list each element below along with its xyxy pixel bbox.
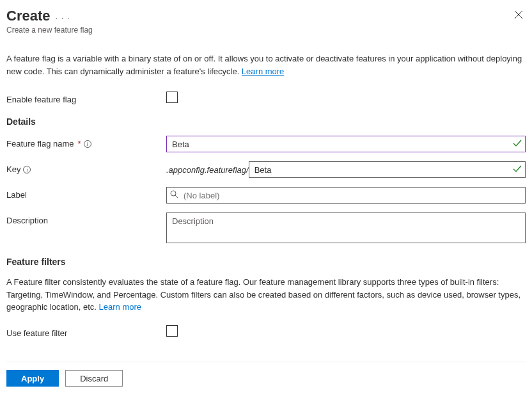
- description-label: Description: [6, 213, 166, 225]
- details-heading: Details: [6, 116, 526, 127]
- page-subtitle: Create a new feature flag: [6, 26, 526, 35]
- key-label: Key: [6, 164, 20, 174]
- intro-text: A feature flag is a variable with a bina…: [6, 52, 526, 77]
- close-button[interactable]: [512, 8, 526, 24]
- label-input[interactable]: [166, 187, 526, 204]
- page-title: Create: [6, 8, 50, 24]
- more-menu-icon[interactable]: · · ·: [55, 10, 70, 22]
- required-asterisk: *: [78, 139, 81, 148]
- description-textarea[interactable]: [166, 213, 526, 243]
- apply-button[interactable]: Apply: [6, 370, 59, 387]
- feature-name-input[interactable]: [166, 136, 526, 152]
- check-icon: [513, 139, 522, 149]
- discard-button[interactable]: Discard: [65, 370, 123, 387]
- feature-name-label: Feature flag name: [6, 139, 74, 148]
- search-icon: [170, 190, 178, 200]
- filters-heading: Feature filters: [6, 257, 526, 267]
- svg-point-0: [171, 191, 176, 196]
- check-icon: [513, 164, 522, 175]
- footer: Apply Discard: [6, 362, 526, 387]
- close-icon: [514, 10, 523, 19]
- filters-learn-more-link[interactable]: Learn more: [99, 302, 141, 312]
- intro-learn-more-link[interactable]: Learn more: [242, 67, 284, 76]
- label-field-label: Label: [6, 187, 166, 200]
- info-icon[interactable]: i: [23, 166, 31, 173]
- filters-description: A Feature filter consistently evaluates …: [6, 276, 526, 314]
- enable-checkbox[interactable]: [166, 92, 178, 103]
- use-filter-checkbox[interactable]: [166, 325, 178, 337]
- info-icon[interactable]: i: [84, 140, 91, 148]
- enable-label: Enable feature flag: [6, 92, 166, 104]
- filters-body: A Feature filter consistently evaluates …: [6, 277, 520, 312]
- key-input[interactable]: [249, 161, 526, 178]
- key-prefix: .appconfig.featureflag/: [166, 165, 249, 175]
- use-filter-label: Use feature filter: [6, 325, 166, 338]
